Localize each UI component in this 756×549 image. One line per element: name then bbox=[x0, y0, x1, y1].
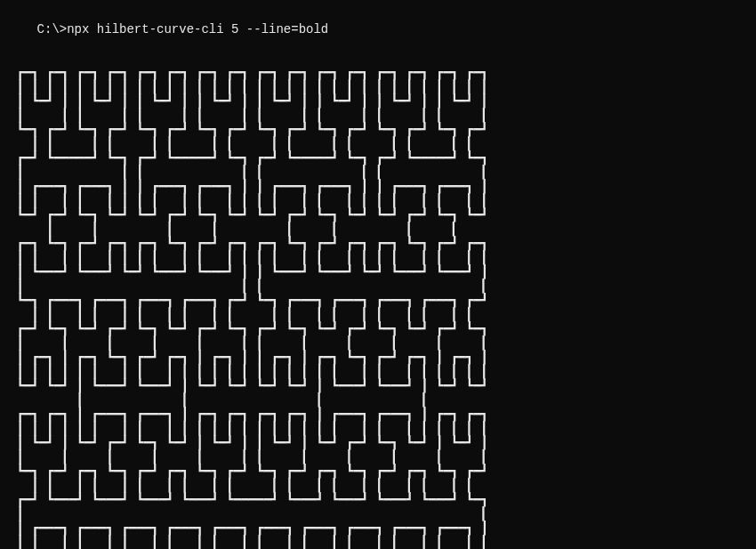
command-line: C:\>npx hilbert-curve-cli 5 --line=bold bbox=[7, 5, 749, 53]
command-text: npx hilbert-curve-cli 5 --line=bold bbox=[67, 22, 328, 36]
terminal-window: C:\>npx hilbert-curve-cli 5 --line=bold … bbox=[0, 0, 756, 549]
hilbert-output: ┏━┓ ┏━┓ ┏━┓ ┏━┓ ┏━┓ ┏━┓ ┏━┓ ┏━┓ ┏━┓ ┏━┓ … bbox=[9, 66, 749, 549]
prompt: C:\> bbox=[37, 22, 68, 36]
